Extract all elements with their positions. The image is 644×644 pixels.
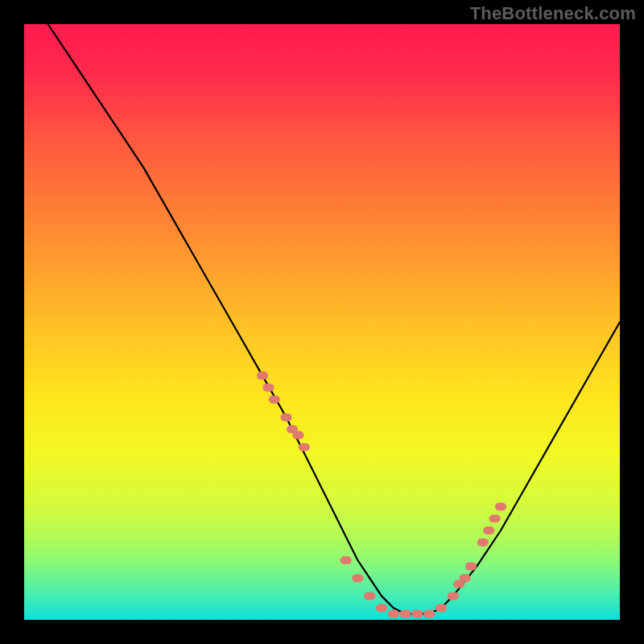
highlight-dot: [423, 610, 435, 618]
bottleneck-chart: [0, 0, 644, 644]
highlight-dot: [400, 610, 411, 618]
plot-background: [24, 24, 620, 620]
highlight-dot: [411, 610, 423, 618]
highlight-dot: [465, 562, 477, 570]
highlight-dot: [436, 604, 447, 612]
highlight-dot: [292, 431, 303, 440]
highlight-dot: [269, 395, 280, 403]
highlight-dot: [352, 574, 363, 582]
highlight-dot: [448, 592, 459, 600]
watermark-text: TheBottleneck.com: [470, 3, 636, 24]
highlight-dot: [483, 526, 494, 535]
highlight-dot: [376, 604, 387, 612]
highlight-dot: [299, 443, 310, 451]
chart-frame: TheBottleneck.com: [0, 0, 644, 644]
highlight-dot: [341, 556, 352, 564]
highlight-dot: [477, 539, 489, 547]
highlight-dot: [281, 413, 292, 421]
highlight-dot: [364, 592, 375, 600]
highlight-dot: [388, 610, 399, 618]
highlight-dot: [495, 502, 506, 510]
highlight-dot: [460, 574, 471, 582]
highlight-dot: [257, 372, 268, 380]
highlight-dot: [262, 383, 274, 391]
highlight-dot: [489, 514, 501, 522]
